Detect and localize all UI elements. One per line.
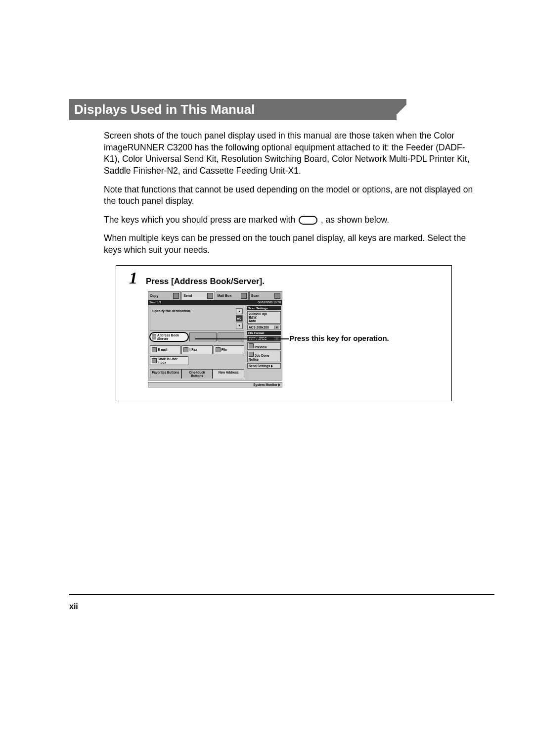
- section-heading: Displays Used in This Manual: [69, 99, 397, 120]
- status-right: 06/01/2003 10:58: [258, 301, 281, 304]
- job-done-button: Job Done Notice: [247, 351, 281, 362]
- dest-blank-2: [218, 332, 245, 341]
- paragraph-2: Note that functions that cannot be used …: [104, 184, 480, 207]
- aces-dropdown: ACS 200x200▼: [247, 325, 281, 330]
- bell-icon: [249, 352, 254, 357]
- tab-mailbox: Mail Box: [216, 291, 249, 300]
- copy-icon: [173, 293, 179, 299]
- status-bar: Send 1/1 06/01/2003 10:58: [148, 300, 282, 305]
- callout-label: Press this key for operation.: [289, 334, 389, 342]
- page-number: xii: [69, 602, 480, 611]
- scan-settings-header: Scan Settings: [247, 306, 281, 310]
- paragraph-4: When multiple keys can be pressed on the…: [104, 233, 480, 256]
- step-title: Press [Address Book/Server].: [146, 277, 443, 286]
- send-icon: [207, 293, 213, 299]
- destination-area: Specify the destination. ▲ 0/0 ▼: [150, 307, 244, 331]
- touch-panel-screenshot: Copy Send Mail Box Scan Send 1/1 06/01/2…: [148, 291, 282, 387]
- paragraph-3b: , as shown below.: [321, 215, 389, 225]
- body-text-block: Screen shots of the touch panel display …: [104, 130, 480, 256]
- dest-down-icon: ▼: [236, 323, 243, 329]
- resolution-block: 200x200 dpi B&W: Auto: [247, 311, 281, 324]
- oval-key-icon: [299, 216, 317, 225]
- file-icon: [216, 347, 221, 352]
- system-monitor-button: System Monitor: [148, 382, 282, 387]
- email-button: E-mail: [150, 345, 180, 354]
- dest-up-icon: ▲: [236, 308, 243, 315]
- paragraph-3a: The keys which you should press are mark…: [104, 215, 298, 225]
- callout-line: [195, 338, 289, 339]
- new-address-tab: New Address: [213, 369, 244, 378]
- tab-copy: Copy: [148, 291, 181, 300]
- favorites-tab: Favorites Buttons: [150, 369, 181, 378]
- preview-icon: [249, 343, 254, 348]
- step-number: 1: [129, 269, 137, 287]
- status-left: Send 1/1: [149, 301, 161, 304]
- chevron-right-icon: [278, 383, 280, 386]
- file-button: File: [214, 345, 244, 354]
- paragraph-3: The keys which you should press are mark…: [104, 214, 480, 226]
- chevron-right-icon: [271, 365, 273, 368]
- file-format-header: File Format: [247, 331, 281, 335]
- inbox-icon: [152, 358, 157, 363]
- book-icon: [152, 334, 156, 339]
- store-in-inbox-button: Store In User Inbox: [150, 356, 188, 365]
- paragraph-1: Screen shots of the touch panel display …: [104, 130, 480, 177]
- preview-button: Preview: [247, 342, 281, 350]
- address-book-server-button: Address Book /Server: [150, 332, 188, 341]
- footer-rule: [69, 594, 494, 595]
- ifax-icon: [183, 347, 188, 352]
- dest-count: 0/0: [236, 315, 243, 322]
- ifax-button: I-Fax: [181, 345, 212, 354]
- onetouch-tab: One-touch Buttons: [181, 369, 213, 378]
- tab-scan: Scan: [249, 291, 282, 300]
- scan-icon: [274, 293, 280, 299]
- figure-box: 1 Press [Address Book/Server]. Copy Send…: [116, 265, 452, 401]
- tab-send: Send: [181, 291, 215, 300]
- dest-blank-1: [189, 332, 217, 341]
- destination-prompt: Specify the destination.: [152, 309, 191, 313]
- mailbox-icon: [241, 293, 247, 299]
- email-icon: [152, 347, 157, 352]
- send-settings-button: Send Settings: [247, 363, 281, 369]
